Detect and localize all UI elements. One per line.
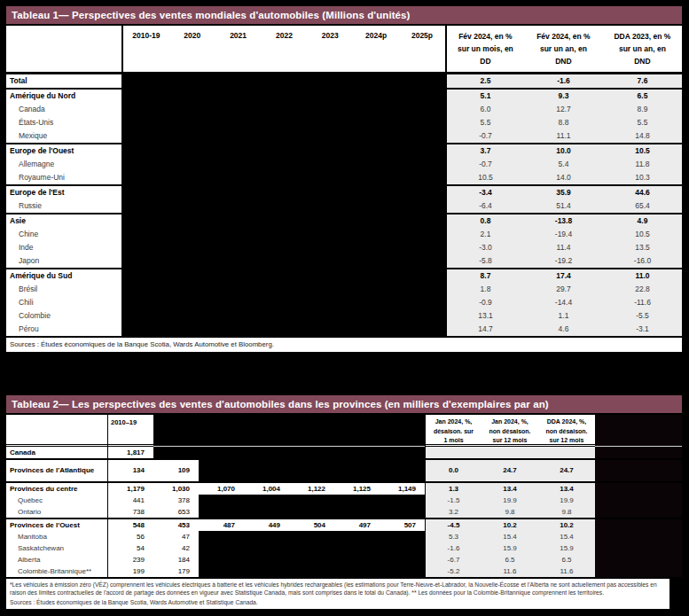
- table2-year-value-redacted: [289, 506, 334, 518]
- table2-year-value-redacted: [334, 554, 380, 565]
- table2-year-value-redacted: [244, 565, 289, 577]
- table2-right-redacted-strip: [595, 447, 682, 458]
- table2-year-value: 1,179: [108, 483, 153, 495]
- table1-body: Total2.5-1.67.6Amérique du Nord5.19.36.5…: [6, 74, 682, 338]
- table2-year-value-redacted: [289, 447, 334, 458]
- table1-stat-value: 10.5: [445, 171, 524, 184]
- table1-stat-header-line: sur un an, en: [603, 43, 682, 55]
- table2-right-redacted-strip: [595, 415, 682, 447]
- table2-right-redacted-strip: [595, 519, 682, 531]
- table1-row: Amérique du Sud8.717.411.0: [6, 269, 682, 283]
- table1-row: Canada6.012.78.9: [6, 103, 682, 116]
- table2-right-redacted-strip: [595, 483, 682, 495]
- table2-stat-value: 1.3: [425, 483, 482, 495]
- table1-stat-value: -14.4: [524, 296, 603, 309]
- table2-year-value-redacted: [199, 495, 244, 506]
- table2-year-value: 453: [153, 519, 199, 531]
- table2-year-value-redacted: [334, 542, 380, 554]
- table1-stat-value: -0.7: [445, 129, 524, 143]
- table2-year-value: 1,004: [244, 483, 289, 495]
- table1-stat-value: 11.8: [603, 158, 682, 171]
- table2-footnote: *Les véhicules à émission zéro (VÉZ) com…: [10, 581, 666, 597]
- table1-stat-header: DDA 2023, en %sur un an, enDND: [603, 26, 682, 72]
- table2-right-redacted-strip: [595, 542, 682, 554]
- table1-row: Total2.5-1.67.6: [6, 74, 682, 90]
- table1-title-bar: Tableau 1— Perspectives des ventes mondi…: [6, 6, 682, 24]
- table2-year-value-redacted: [244, 542, 289, 554]
- table1-stat-value: 35.9: [524, 186, 603, 199]
- table2-year-value-redacted: [380, 531, 425, 542]
- table2-body: Canada1,817Provinces de l'Atlantique1341…: [6, 447, 682, 579]
- table1-stat-header-line: DDA 2023, en %: [603, 30, 682, 43]
- table2-stat-header-line: 1 mois: [426, 436, 482, 446]
- table1-redacted-cells: [123, 158, 445, 171]
- table2-stat-header-line: DDA 2024, %,: [538, 417, 595, 427]
- table2-year-value: 497: [334, 519, 380, 531]
- table2-year-value: 179: [153, 565, 199, 577]
- table2-year-value-redacted: [334, 506, 380, 518]
- table1-row: Inde-3.011.413.5: [6, 241, 682, 254]
- table2-stat-header-line: désaison. sur: [426, 427, 482, 437]
- table2-corner-cell: [6, 415, 108, 447]
- table2-stat-header-line: non désaison.: [538, 427, 595, 437]
- table2-year-header: 2010–19: [108, 415, 153, 447]
- table1-year-header: 2010-19: [123, 26, 169, 72]
- table1-stat-header-line: DND: [603, 55, 682, 67]
- table2-year-value-redacted: [380, 506, 425, 518]
- table1-row-label: Amérique du Sud: [6, 269, 123, 283]
- table2-year-value: 449: [244, 519, 289, 531]
- table2-year-value: 1,070: [199, 483, 244, 495]
- table1-row: Brésil1.829.722.8: [6, 283, 682, 296]
- table1-row: Europe de l'Ouest3.710.010.5: [6, 144, 682, 158]
- table2-year-value: 134: [108, 460, 153, 481]
- report-page: Tableau 1— Perspectives des ventes mondi…: [0, 0, 689, 616]
- table2-row: Provinces du centre1,1791,0301,0701,0041…: [6, 483, 682, 495]
- table1-row: États-Unis5.58.85.5: [6, 116, 682, 129]
- table2-title-bar: Tableau 2— Les perspectives des ventes d…: [6, 395, 682, 413]
- table1-row-label: Colombie: [6, 309, 123, 323]
- table1-year-header: 2024p: [353, 26, 399, 72]
- table2-stat-value: 3.2: [425, 506, 482, 518]
- table1-row-label: Russie: [6, 199, 123, 213]
- table1-redacted-cells: [123, 214, 445, 228]
- table1-year-header: 2022: [262, 26, 308, 72]
- table1-title: Tableau 1— Perspectives des ventes mondi…: [12, 10, 411, 20]
- table2-year-value-redacted: [380, 460, 425, 481]
- table1-stat-value: -1.6: [524, 74, 603, 88]
- table2-year-value-redacted: [199, 531, 244, 542]
- table1-year-header: 2023: [307, 26, 353, 72]
- table1-stat-value: 0.8: [445, 214, 524, 228]
- table1-stat-value: 44.6: [603, 186, 682, 199]
- table1-stat-value: 8.7: [445, 269, 524, 283]
- table2-stat-value: 19.9: [538, 495, 595, 506]
- table2-right-redacted-strip: [595, 506, 682, 518]
- table2-year-value: 109: [153, 460, 199, 481]
- table1-stat-value: 10.5: [603, 144, 682, 158]
- table2-row-label: Alberta: [6, 554, 108, 565]
- table2-row-label: Manitoba: [6, 531, 108, 542]
- table1-redacted-cells: [123, 144, 445, 158]
- table2-stat-value: 11.6: [538, 565, 595, 577]
- table2-stat-value: [538, 447, 595, 458]
- table2-stat-value: 0.0: [425, 460, 482, 481]
- table2-year-value: 441: [108, 495, 153, 506]
- table2-footnote-block: *Les véhicules à émission zéro (VÉZ) com…: [6, 579, 669, 609]
- table2-year-value: 239: [108, 554, 153, 565]
- table2-year-value: 738: [108, 506, 153, 518]
- table2-year-value: 1,149: [380, 483, 425, 495]
- table2-row: Alberta239184-6.76.56.5: [6, 554, 682, 565]
- table1-row-label: Chine: [6, 228, 123, 241]
- table1-row: Europe de l'Est-3.435.944.6: [6, 186, 682, 199]
- table1-row-label: Amérique du Nord: [6, 90, 123, 103]
- table1-stat-value: 5.5: [603, 116, 682, 129]
- table1-stat-value: 1.1: [524, 309, 603, 323]
- table1-stat-value: 65.4: [603, 199, 682, 213]
- table2-year-value-redacted: [244, 506, 289, 518]
- table2-year-value-redacted: [380, 495, 425, 506]
- table2-stat-value: 13.4: [538, 483, 595, 495]
- table1-stat-value: 17.4: [524, 269, 603, 283]
- table1-row: Colombie13.11.1-5.5: [6, 309, 682, 323]
- table2-stat-value: 19.9: [482, 495, 538, 506]
- table1-stat-value: -5.5: [603, 309, 682, 323]
- table1-stat-value: 11.1: [524, 129, 603, 143]
